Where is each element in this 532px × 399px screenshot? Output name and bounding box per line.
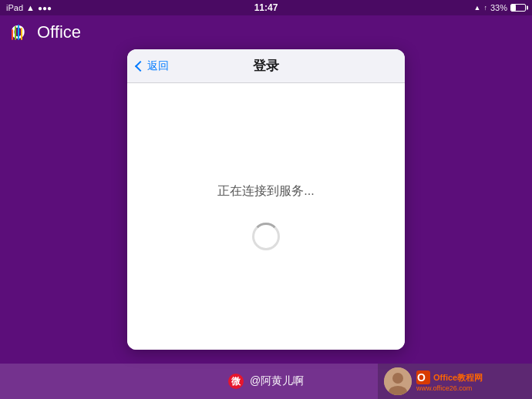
- office-header: O Office: [0, 15, 532, 49]
- status-time: 11:47: [254, 2, 278, 13]
- office-logo: O Office: [9, 22, 81, 43]
- back-button[interactable]: 返回: [136, 59, 169, 73]
- chevron-left-icon: [135, 60, 146, 71]
- battery-label: 33%: [490, 3, 507, 12]
- site-url: www.office26.com: [416, 384, 483, 392]
- svg-point-7: [392, 373, 403, 384]
- svg-rect-5: [21, 28, 22, 40]
- svg-text:O: O: [417, 371, 426, 384]
- connecting-text: 正在连接到服务...: [217, 183, 314, 200]
- battery-icon: [510, 4, 526, 12]
- login-modal: 返回 登录 正在连接到服务...: [127, 49, 405, 350]
- watermark-logo-area: O Office教程网 www.office26.com: [416, 370, 483, 392]
- svg-rect-4: [18, 25, 19, 40]
- location-icon: ▲: [474, 4, 481, 12]
- office-small-icon: O: [416, 370, 430, 384]
- avatar: [384, 367, 412, 395]
- modal-title: 登录: [253, 57, 279, 75]
- status-bar: iPad ▲ ●●● 11:47 ▲ ↑ 33%: [0, 0, 532, 15]
- office-logo-icon: O: [9, 22, 31, 43]
- modal-header: 返回 登录: [127, 49, 405, 83]
- back-label: 返回: [147, 59, 169, 73]
- weibo-handle: @阿黄儿啊: [250, 374, 304, 388]
- office-label: Office: [37, 22, 81, 42]
- modal-body: 正在连接到服务...: [127, 83, 405, 350]
- bottom-bar: 微 @阿黄儿啊 O Office教程网 www.office26.com: [0, 364, 532, 399]
- loading-spinner: [252, 223, 280, 250]
- signal-icon: ●●●: [38, 4, 52, 12]
- watermark: O Office教程网 www.office26.com: [378, 364, 532, 399]
- wifi-icon: ▲: [26, 3, 35, 12]
- site-name: Office教程网: [433, 372, 483, 384]
- device-label: iPad: [6, 3, 23, 12]
- status-left: iPad ▲ ●●●: [6, 3, 52, 12]
- arrow-icon: ↑: [483, 4, 487, 12]
- watermark-logo-row: O Office教程网: [416, 370, 483, 384]
- svg-rect-2: [12, 29, 13, 40]
- status-right: ▲ ↑ 33%: [474, 3, 526, 12]
- svg-rect-3: [15, 26, 16, 40]
- weibo-icon: 微: [228, 374, 244, 389]
